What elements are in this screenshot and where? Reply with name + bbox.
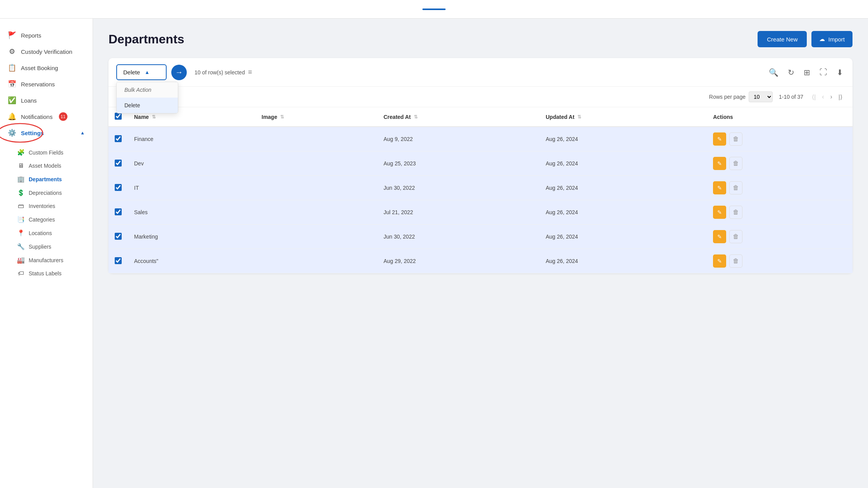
col-image-label: Image: [262, 114, 277, 120]
delete-button[interactable]: 🗑: [729, 181, 742, 194]
booking-icon: 📋: [8, 64, 16, 72]
row-name-cell: IT: [128, 176, 255, 200]
row-checkbox[interactable]: [115, 160, 122, 167]
next-page-button[interactable]: ›: [828, 92, 835, 102]
image-sort-icon[interactable]: ⇅: [280, 114, 284, 120]
sidebar-item-loans[interactable]: ✅ Loans: [0, 92, 93, 108]
row-checkbox-cell: [108, 176, 128, 200]
menu-item-bulk-action: Bulk Action: [117, 82, 178, 98]
row-created-at-cell: Jun 30, 2022: [377, 225, 539, 249]
row-checkbox[interactable]: [115, 257, 122, 264]
last-page-button[interactable]: |⟩: [836, 92, 845, 102]
import-button[interactable]: ☁ Import: [811, 31, 852, 47]
search-icon: 🔍: [769, 68, 778, 77]
row-name-cell: Sales: [128, 200, 255, 225]
prev-page-button[interactable]: ‹: [820, 92, 826, 102]
row-checkbox-cell: [108, 225, 128, 249]
sidebar-item-asset-booking[interactable]: 📋 Asset Booking: [0, 60, 93, 76]
sidebar-item-inventories[interactable]: 🗃 Inventories: [0, 199, 93, 213]
delete-button[interactable]: 🗑: [729, 132, 742, 146]
page-info: 1-10 of 37: [779, 94, 803, 100]
sidebar-item-asset-models[interactable]: 🖥 Asset Models: [0, 159, 93, 172]
sidebar-item-label: Reports: [21, 32, 41, 39]
edit-button[interactable]: ✎: [713, 230, 726, 243]
dropdown-chevron-icon: ▲: [145, 69, 150, 75]
page-nav: ⟨| ‹ › |⟩: [809, 92, 845, 102]
table-row: IT Jun 30, 2022 Aug 26, 2024 ✎ 🗑: [108, 176, 852, 200]
columns-button[interactable]: ⊞: [802, 66, 812, 79]
row-image-cell: [255, 249, 377, 273]
first-page-button[interactable]: ⟨|: [809, 92, 818, 102]
sidebar-item-reports[interactable]: 🚩 Reports: [0, 27, 93, 43]
row-name-cell: Accounts": [128, 249, 255, 273]
menu-item-delete[interactable]: Delete: [117, 98, 178, 113]
delete-button[interactable]: 🗑: [729, 254, 742, 268]
row-name-cell: Marketing: [128, 225, 255, 249]
sidebar-sub-item-label: Depreciations: [29, 190, 62, 196]
row-checkbox[interactable]: [115, 135, 122, 142]
row-image-cell: [255, 200, 377, 225]
row-checkbox[interactable]: [115, 208, 122, 215]
sidebar-sub-item-label: Suppliers: [29, 244, 51, 250]
sidebar-sub-item-label: Locations: [29, 230, 52, 236]
sidebar-item-depreciations[interactable]: 💲 Depreciations: [0, 186, 93, 199]
row-checkbox-cell: [108, 200, 128, 225]
edit-button[interactable]: ✎: [713, 132, 726, 146]
row-checkbox-cell: [108, 127, 128, 151]
col-actions-label: Actions: [713, 114, 733, 120]
sidebar-item-status-labels[interactable]: 🏷 Status Labels: [0, 267, 93, 280]
delete-button[interactable]: 🗑: [729, 230, 742, 243]
go-button[interactable]: →: [171, 65, 187, 80]
row-checkbox[interactable]: [115, 233, 122, 240]
cloud-upload-icon: ☁: [819, 36, 825, 43]
refresh-icon: ↻: [788, 68, 794, 77]
row-actions-cell: ✎ 🗑: [707, 249, 852, 273]
fullscreen-button[interactable]: ⛶: [818, 66, 829, 78]
search-button[interactable]: 🔍: [767, 66, 780, 79]
delete-button[interactable]: 🗑: [729, 206, 742, 219]
col-name-label: Name: [134, 114, 149, 120]
sidebar-item-departments[interactable]: 🏢 Departments: [0, 172, 93, 186]
row-image-cell: [255, 151, 377, 176]
sidebar-item-notifications[interactable]: 🔔 Notifications 11: [0, 108, 93, 125]
updated-sort-icon[interactable]: ⇅: [577, 114, 581, 120]
sidebar-item-custom-fields[interactable]: 🧩 Custom Fields: [0, 146, 93, 159]
sidebar-item-suppliers[interactable]: 🔧 Suppliers: [0, 240, 93, 253]
edit-button[interactable]: ✎: [713, 181, 726, 194]
reports-icon: 🚩: [8, 31, 16, 40]
sidebar-sub-item-label: Custom Fields: [29, 149, 63, 156]
create-new-button[interactable]: Create New: [758, 31, 807, 47]
import-label: Import: [828, 36, 845, 43]
refresh-button[interactable]: ↻: [786, 66, 796, 79]
bulk-action-dropdown[interactable]: Delete ▲: [116, 64, 167, 80]
row-actions-cell: ✎ 🗑: [707, 127, 852, 151]
sidebar-item-settings[interactable]: ⚙️ Settings ▲: [0, 125, 93, 141]
loans-icon: ✅: [8, 96, 16, 105]
sidebar-item-custody-verification[interactable]: ⚙ Custody Verification: [0, 43, 93, 60]
download-button[interactable]: ⬇: [835, 66, 845, 79]
sidebar-item-manufacturers[interactable]: 🏭 Manufacturers: [0, 253, 93, 267]
filter-icon[interactable]: ≡: [248, 68, 252, 76]
sidebar-item-reservations[interactable]: 📅 Reservations: [0, 76, 93, 92]
created-sort-icon[interactable]: ⇅: [414, 114, 418, 120]
main-content: Departments Create New ☁ Import Delete ▲: [93, 19, 868, 488]
edit-button[interactable]: ✎: [713, 254, 726, 268]
row-updated-at-cell: Aug 26, 2024: [539, 249, 707, 273]
sidebar-item-locations[interactable]: 📍 Locations: [0, 226, 93, 240]
row-created-at-cell: Aug 25, 2023: [377, 151, 539, 176]
edit-button[interactable]: ✎: [713, 157, 726, 170]
sidebar-sub-item-label: Categories: [29, 217, 55, 223]
table-row: Dev Aug 25, 2023 Aug 26, 2024 ✎ 🗑: [108, 151, 852, 176]
sidebar-item-label: Reservations: [21, 81, 55, 88]
edit-button[interactable]: ✎: [713, 206, 726, 219]
delete-button[interactable]: 🗑: [729, 157, 742, 170]
name-sort-icon[interactable]: ⇅: [152, 114, 156, 120]
rows-per-page-select[interactable]: 10 25 50 100: [749, 91, 773, 102]
sidebar-sub-item-label: Manufacturers: [29, 257, 63, 263]
toolbar-right: 🔍 ↻ ⊞ ⛶ ⬇: [767, 66, 845, 79]
depreciations-icon: 💲: [17, 189, 25, 196]
row-checkbox[interactable]: [115, 184, 122, 191]
select-all-checkbox[interactable]: [115, 113, 122, 120]
sidebar-item-categories[interactable]: 📑 Categories: [0, 213, 93, 226]
top-bar-indicator: [422, 9, 446, 10]
